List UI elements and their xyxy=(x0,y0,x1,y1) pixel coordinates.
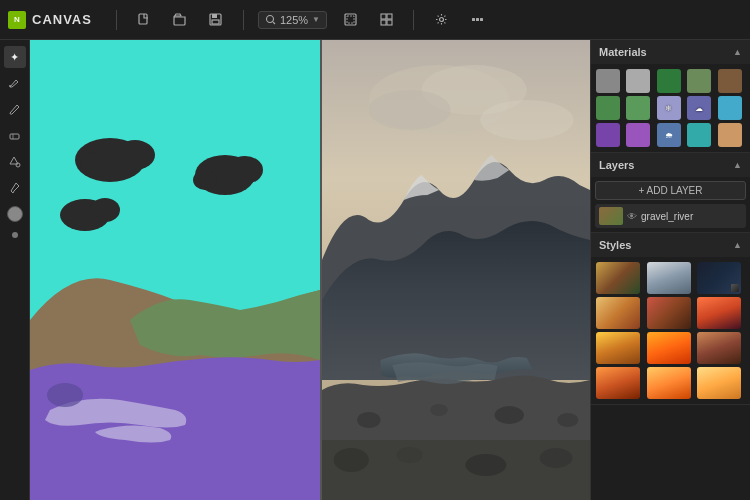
tool-eyedropper[interactable] xyxy=(4,176,26,198)
layers-section-wrapper: Layers ▲ + ADD LAYER 👁 gravel_river xyxy=(591,153,750,233)
svg-rect-14 xyxy=(480,18,483,21)
material-rain[interactable]: 🌧 xyxy=(657,123,681,147)
svg-point-32 xyxy=(357,412,380,428)
tool-move[interactable]: ✦ xyxy=(4,46,26,68)
material-purple2[interactable] xyxy=(626,123,650,147)
more-button[interactable] xyxy=(464,7,490,33)
zoom-control[interactable]: 125% ▼ xyxy=(258,11,327,29)
material-cloud[interactable] xyxy=(626,69,650,93)
style-tile-9[interactable] xyxy=(596,367,640,399)
add-layer-button[interactable]: + ADD LAYER xyxy=(595,181,746,200)
layers-label: Layers xyxy=(599,159,634,171)
style-tile-2[interactable] xyxy=(697,262,741,294)
zoom-value: 125% xyxy=(280,14,308,26)
color-indicator[interactable] xyxy=(7,206,23,222)
svg-rect-2 xyxy=(212,14,217,18)
segmentation-canvas[interactable] xyxy=(30,40,320,500)
svg-rect-9 xyxy=(381,20,386,25)
styles-header[interactable]: Styles ▲ xyxy=(591,233,750,257)
svg-point-26 xyxy=(47,383,83,407)
style-tile-4[interactable] xyxy=(647,297,691,329)
grid-button[interactable] xyxy=(373,7,399,33)
styles-chevron: ▲ xyxy=(733,240,742,250)
tool-size-indicator xyxy=(12,230,18,240)
styles-grid xyxy=(591,257,750,404)
layer-thumbnail xyxy=(599,207,623,225)
material-tan[interactable] xyxy=(718,123,742,147)
layers-header[interactable]: Layers ▲ xyxy=(591,153,750,177)
layer-name: gravel_river xyxy=(641,211,742,222)
style-tile-8[interactable] xyxy=(697,332,741,364)
style-tile-3[interactable] xyxy=(596,297,640,329)
canvas-area xyxy=(30,40,590,500)
style-tile-11[interactable] xyxy=(697,367,741,399)
layers-content: + ADD LAYER 👁 gravel_river xyxy=(591,177,750,232)
material-snow[interactable]: ❄ xyxy=(657,96,681,120)
svg-rect-8 xyxy=(387,14,392,19)
svg-rect-15 xyxy=(10,134,19,139)
toolbar-separator-3 xyxy=(413,10,414,30)
svg-point-20 xyxy=(80,153,110,177)
toolbar-separator-1 xyxy=(116,10,117,30)
svg-rect-10 xyxy=(387,20,392,25)
svg-rect-12 xyxy=(472,18,475,21)
material-grass-dark[interactable] xyxy=(657,69,681,93)
svg-point-25 xyxy=(193,170,217,190)
topbar: N CANVAS 125% ▼ xyxy=(0,0,750,40)
layer-item-gravel-river[interactable]: 👁 gravel_river xyxy=(595,204,746,228)
svg-point-39 xyxy=(540,448,573,468)
style-tile-7[interactable] xyxy=(647,332,691,364)
main-layout: ✦ xyxy=(0,40,750,500)
photo-canvas[interactable] xyxy=(322,40,590,500)
svg-point-36 xyxy=(334,448,369,472)
svg-point-19 xyxy=(115,140,155,170)
svg-rect-3 xyxy=(212,20,219,24)
svg-point-11 xyxy=(439,18,443,22)
material-purple[interactable] xyxy=(596,123,620,147)
svg-point-31 xyxy=(480,100,574,140)
layer-visibility-icon[interactable]: 👁 xyxy=(627,211,637,222)
material-rock[interactable] xyxy=(596,69,620,93)
style-tile-0[interactable] xyxy=(596,262,640,294)
materials-label: Materials xyxy=(599,46,647,58)
tool-brush[interactable] xyxy=(4,98,26,120)
logo-area: N CANVAS xyxy=(8,11,92,29)
photo-simulation xyxy=(322,40,590,500)
mountain-photo-svg xyxy=(322,40,590,500)
svg-point-22 xyxy=(90,198,120,222)
svg-rect-13 xyxy=(476,18,479,21)
svg-point-34 xyxy=(495,406,524,424)
materials-header[interactable]: Materials ▲ xyxy=(591,40,750,64)
save-file-button[interactable] xyxy=(203,7,229,33)
materials-section: Materials ▲ ❄ ☁ xyxy=(591,40,750,153)
tool-eraser[interactable] xyxy=(4,124,26,146)
svg-rect-6 xyxy=(347,16,354,23)
style-tile-1[interactable] xyxy=(647,262,691,294)
material-bush[interactable] xyxy=(687,69,711,93)
settings-button[interactable] xyxy=(428,7,454,33)
material-tree[interactable] xyxy=(596,96,620,120)
svg-point-24 xyxy=(227,156,263,184)
tool-pen[interactable] xyxy=(4,72,26,94)
frame-button[interactable] xyxy=(337,7,363,33)
svg-point-33 xyxy=(430,404,448,416)
svg-rect-7 xyxy=(381,14,386,19)
new-file-button[interactable] xyxy=(131,7,157,33)
svg-point-4 xyxy=(266,16,273,23)
left-tools-panel: ✦ xyxy=(0,40,30,500)
open-file-button[interactable] xyxy=(167,7,193,33)
material-teal[interactable] xyxy=(687,123,711,147)
material-storm[interactable]: ☁ xyxy=(687,96,711,120)
svg-point-30 xyxy=(369,90,451,130)
material-dirt[interactable] xyxy=(718,69,742,93)
svg-point-37 xyxy=(397,447,423,463)
svg-point-38 xyxy=(465,454,506,476)
style-tile-10[interactable] xyxy=(647,367,691,399)
style-tile-6[interactable] xyxy=(596,332,640,364)
tool-fill[interactable] xyxy=(4,150,26,172)
material-water[interactable] xyxy=(718,96,742,120)
material-forest[interactable] xyxy=(626,96,650,120)
toolbar-separator-2 xyxy=(243,10,244,30)
materials-grid: ❄ ☁ 🌧 xyxy=(591,64,750,152)
style-tile-5[interactable] xyxy=(697,297,741,329)
